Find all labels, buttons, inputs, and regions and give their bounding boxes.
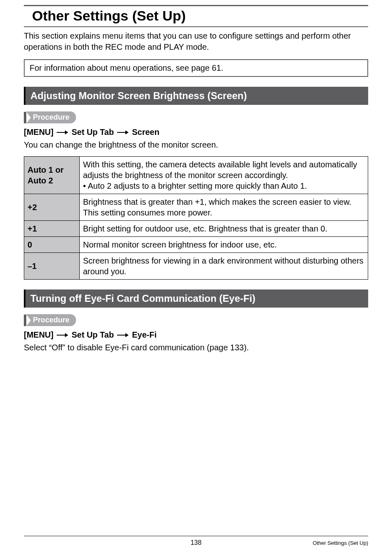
section-heading-eyefi: Turning off Eye-Fi Card Communication (E… (24, 289, 368, 308)
row-desc: With this setting, the camera detects av… (80, 157, 368, 194)
row-desc: Brightness that is greater than +1, whic… (80, 194, 368, 221)
row-bullet: Auto 2 adjusts to a brighter setting mor… (83, 181, 364, 191)
path-part-item: Eye-Fi (132, 330, 157, 340)
top-rule (24, 5, 368, 6)
page-footer: 138 Other Settings (Set Up) (24, 535, 368, 546)
table-row: 0 Normal monitor screen brightness for i… (24, 237, 368, 253)
svg-marker-7 (125, 333, 129, 337)
row-desc: Screen brightness for viewing in a dark … (80, 253, 368, 280)
arrow-right-icon (57, 332, 68, 338)
page-title: Other Settings (Set Up) (32, 8, 360, 24)
arrow-right-icon (57, 130, 68, 135)
section-heading-screen: Adjusting Monitor Screen Brightness (Scr… (24, 87, 368, 105)
row-label: +1 (24, 221, 80, 237)
row-desc: Normal monitor screen brightness for ind… (80, 237, 368, 253)
path-part-tab: Set Up Tab (71, 127, 114, 137)
arrow-right-icon (117, 130, 129, 135)
table-row: +2 Brightness that is greater than +1, w… (24, 194, 368, 221)
svg-marker-3 (125, 130, 129, 134)
title-wrap: Other Settings (Set Up) (24, 8, 368, 27)
footer-row: 138 Other Settings (Set Up) (24, 539, 368, 546)
procedure-row: Procedure (24, 314, 368, 326)
path-part-item: Screen (132, 127, 159, 137)
procedure-notch-icon (26, 315, 31, 326)
footer-section-label: Other Settings (Set Up) (313, 540, 368, 546)
svg-marker-5 (65, 333, 68, 337)
page-root: Other Settings (Set Up) This section exp… (0, 0, 392, 558)
procedure-pill: Procedure (26, 111, 76, 123)
row-label: Auto 1 or Auto 2 (24, 157, 80, 194)
row-label: 0 (24, 237, 80, 253)
screen-settings-table: Auto 1 or Auto 2 With this setting, the … (24, 156, 368, 280)
info-box: For information about menu operations, s… (24, 59, 368, 77)
eyefi-desc: Select “Off” to disable Eye-Fi card comm… (24, 342, 368, 353)
table-row: +1 Bright setting for outdoor use, etc. … (24, 221, 368, 237)
procedure-notch-icon (26, 112, 31, 123)
path-part-menu: [MENU] (24, 330, 53, 340)
page-number: 138 (191, 539, 202, 546)
menu-path-eyefi: [MENU] Set Up Tab Eye-Fi (24, 330, 368, 340)
path-part-tab: Set Up Tab (71, 330, 114, 340)
procedure-row: Procedure (24, 111, 368, 123)
row-desc: Bright setting for outdoor use, etc. Bri… (80, 221, 368, 237)
screen-desc: You can change the brightness of the mon… (24, 139, 368, 150)
footer-rule (24, 535, 368, 537)
info-box-text: For information about menu operations, s… (30, 63, 223, 72)
row-text: With this setting, the camera detects av… (83, 160, 357, 180)
table-row: –1 Screen brightness for viewing in a da… (24, 253, 368, 280)
intro-text: This section explains menu items that yo… (24, 30, 368, 53)
row-label: –1 (24, 253, 80, 280)
row-label: +2 (24, 194, 80, 221)
menu-path-screen: [MENU] Set Up Tab Screen (24, 127, 368, 137)
table-row: Auto 1 or Auto 2 With this setting, the … (24, 157, 368, 194)
svg-marker-1 (65, 130, 68, 134)
arrow-right-icon (117, 332, 129, 338)
procedure-pill: Procedure (26, 314, 76, 326)
path-part-menu: [MENU] (24, 127, 53, 137)
